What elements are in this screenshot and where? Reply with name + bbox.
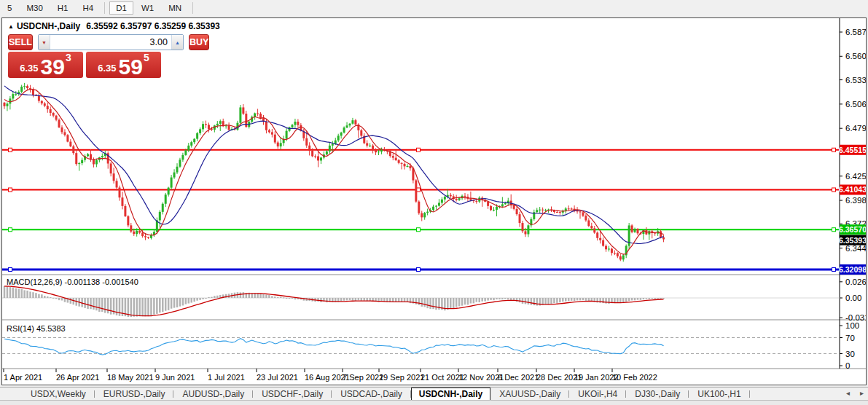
chart-tab-usdchf-daily[interactable]: USDCHF-,Daily — [253, 388, 332, 400]
date-axis-label: 10 Feb 2022 — [612, 373, 657, 382]
price-axis-label: 6.58730 — [845, 28, 866, 36]
chart-tab-eurusd-daily[interactable]: EURUSD-,Daily — [95, 388, 174, 400]
price-axis-label: 6.56010 — [845, 52, 866, 60]
date-axis-label: 9 Jun 2021 — [155, 373, 195, 382]
macd-scale-label: 0.00 — [845, 294, 861, 302]
timeframe-button-d1[interactable]: D1 — [109, 1, 133, 15]
date-axis-label: 1 Apr 2021 — [4, 373, 42, 382]
hline-handle[interactable] — [9, 267, 12, 271]
rsi-line — [4, 339, 664, 355]
rsi-indicator-label: RSI(14) 45.5383 — [7, 324, 66, 333]
chart-tab-usdx-weekly[interactable]: USDX,Weekly — [22, 388, 95, 400]
buy-price-pip: 5 — [144, 52, 149, 63]
macd-scale-label: 0.02607 — [845, 278, 866, 286]
hline-handle[interactable] — [832, 188, 836, 192]
ma-slow-line — [4, 86, 664, 244]
hline-handle[interactable] — [9, 148, 12, 152]
chart-tab-ukoil-h4[interactable]: UKOil-,H4 — [569, 388, 626, 400]
date-axis-label: 21 Oct 2021 — [421, 373, 464, 382]
sell-price-main: 39 — [41, 57, 65, 76]
chart-tab-audusd-daily[interactable]: AUDUSD-,Daily — [173, 388, 253, 400]
chart-tab-dj30-daily[interactable]: DJ30-,Daily — [626, 388, 689, 400]
price-badge-label: 6.45515 — [839, 146, 866, 154]
chart-ohlc-values: 6.35592 6.35797 6.35259 6.35393 — [86, 21, 220, 31]
rsi-scale-label: 100 — [845, 321, 859, 330]
rsi-scale-label: 0 — [845, 361, 850, 370]
date-axis-label: 29 Sep 2021 — [379, 373, 424, 382]
date-axis-label: 26 Apr 2021 — [56, 373, 99, 382]
timeframe-button-5[interactable]: 5 — [1, 1, 18, 15]
chart-symbol-label: USDCNH-,Daily — [17, 21, 80, 31]
date-axis-label: 18 May 2021 — [107, 373, 154, 382]
timeframe-button-mn[interactable]: MN — [162, 1, 188, 15]
price-axis-label: 6.50650 — [845, 100, 866, 109]
price-badge-label: 6.41043 — [839, 185, 866, 194]
sell-price-prefix: 6.35 — [20, 63, 38, 74]
macd-indicator-label: MACD(12,26,9) -0.001138 -0.001540 — [7, 278, 138, 286]
rsi-scale-label: 30 — [845, 350, 855, 358]
toolbar-separator — [192, 2, 193, 14]
date-axis-label: 1 Jul 2021 — [208, 373, 245, 382]
buy-price-main: 59 — [119, 57, 143, 76]
price-badge-label: 6.35393 — [839, 236, 866, 245]
chart-tab-bar: USDX,WeeklyEURUSD-,DailyAUDUSD-,DailyUSD… — [0, 387, 868, 400]
mt4-terminal: 5M30H1H4D1W1MN 6.587306.560106.533706.50… — [0, 0, 868, 405]
timeframe-button-h4[interactable]: H4 — [76, 1, 100, 15]
tab-scroll-right-icon[interactable]: ▸ — [860, 389, 864, 397]
hline-handle[interactable] — [832, 148, 836, 152]
hline-handle[interactable] — [9, 228, 12, 232]
tab-scroll-buttons: ◂ ▸ — [846, 389, 864, 397]
volume-input[interactable] — [50, 35, 171, 50]
price-axis-label: 6.39850 — [845, 196, 866, 205]
date-axis-label: 6 Dec 2021 — [498, 373, 539, 382]
chart-tab-xauusd-daily[interactable]: XAUUSD-,Daily — [490, 388, 569, 400]
sell-price-box[interactable]: 6.35 39 3 — [8, 52, 83, 78]
timeframe-button-h1[interactable]: H1 — [51, 1, 75, 15]
price-badge-label: 6.36570 — [839, 225, 866, 234]
tab-scroll-left-icon[interactable]: ◂ — [846, 389, 850, 397]
timeframe-button-m30[interactable]: M30 — [20, 1, 49, 15]
status-bar — [0, 400, 868, 405]
rsi-scale-label: 70 — [845, 334, 855, 342]
volume-decrease-button[interactable]: ▼ — [39, 35, 50, 50]
toolbar-separator — [104, 2, 105, 14]
date-axis-label: 7 Sep 2021 — [343, 373, 383, 382]
candles-layer — [4, 83, 665, 262]
hline-handle[interactable] — [417, 267, 421, 271]
sell-button[interactable]: SELL — [8, 34, 33, 50]
one-click-trading-panel: SELL ▼ ▲ BUY 6.35 39 3 6.35 59 5 — [8, 34, 161, 78]
timeframe-toolbar: 5M30H1H4D1W1MN — [0, 0, 868, 16]
hline-handle[interactable] — [417, 148, 421, 152]
buy-price-prefix: 6.35 — [98, 63, 116, 74]
macd-signal-line — [4, 286, 664, 316]
price-axis-label: 6.42570 — [845, 172, 866, 181]
collapse-triangle-icon[interactable]: ▲ — [8, 23, 14, 30]
hline-handle[interactable] — [417, 228, 421, 232]
chart-tab-usdcnh-daily[interactable]: USDCNH-,Daily — [411, 388, 490, 401]
chart-tab-uk100-h1[interactable]: UK100-,H1 — [689, 388, 749, 400]
hline-handle[interactable] — [832, 267, 836, 271]
price-axis-label: 6.53370 — [845, 76, 866, 84]
chart-window: 6.587306.560106.533706.506506.479306.425… — [1, 17, 867, 385]
price-badge-label: 6.32098 — [839, 265, 866, 274]
date-axis-label: 23 Jul 2021 — [257, 373, 298, 382]
chart-tab-usdcad-daily[interactable]: USDCAD-,Daily — [332, 388, 411, 400]
price-axis-label: 6.47930 — [845, 124, 866, 133]
volume-spinner: ▼ ▲ — [38, 34, 184, 50]
hline-handle[interactable] — [832, 228, 836, 232]
chart-title: ▲USDCNH-,Daily6.35592 6.35797 6.35259 6.… — [8, 21, 220, 31]
hline-handle[interactable] — [9, 188, 12, 192]
buy-button[interactable]: BUY — [189, 34, 209, 50]
volume-increase-button[interactable]: ▲ — [171, 35, 183, 50]
buy-price-box[interactable]: 6.35 59 5 — [86, 52, 161, 78]
timeframe-button-w1[interactable]: W1 — [135, 1, 160, 15]
sell-price-pip: 3 — [66, 52, 71, 63]
